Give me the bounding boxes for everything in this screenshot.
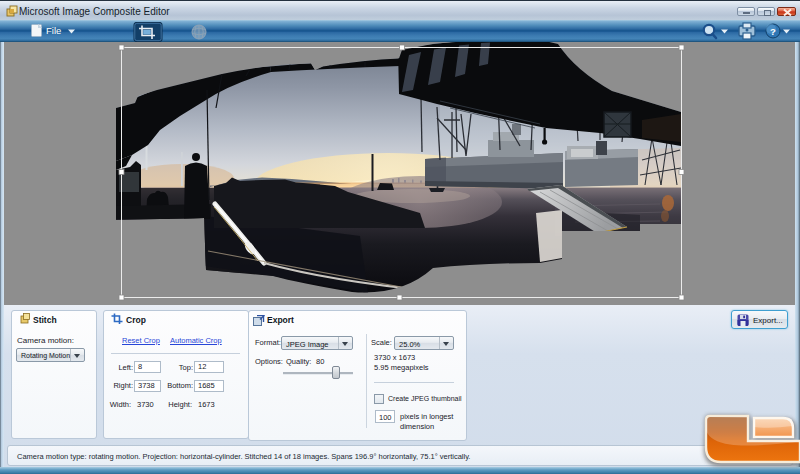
svg-text:?: ? bbox=[770, 26, 776, 37]
svg-text:File: File bbox=[46, 25, 61, 36]
